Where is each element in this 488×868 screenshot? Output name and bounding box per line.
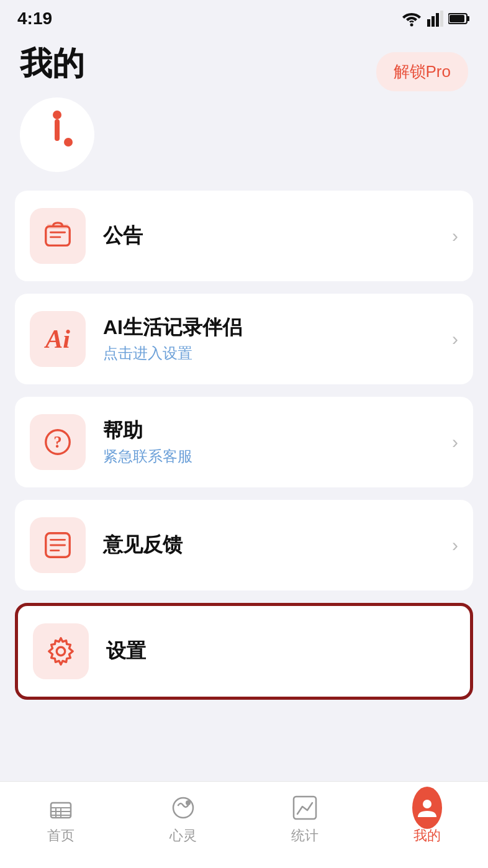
svg-point-22 (56, 647, 65, 655)
mine-active-circle (412, 787, 442, 829)
menu-item-settings[interactable]: 设置 (15, 603, 473, 700)
svg-point-11 (64, 138, 73, 147)
svg-rect-9 (55, 119, 60, 141)
status-bar: 4:19 (0, 0, 488, 34)
svg-point-10 (53, 111, 61, 119)
feedback-chevron: › (452, 535, 458, 556)
stats-label: 统计 (291, 826, 319, 845)
spirit-label: 心灵 (169, 826, 197, 845)
announcement-chevron: › (452, 225, 458, 246)
signal-icon (427, 11, 443, 27)
help-icon-wrap: ? (30, 414, 86, 470)
help-text: 帮助 紧急联系客服 (103, 418, 452, 466)
announcement-icon-wrap (30, 208, 86, 264)
battery-icon (448, 12, 471, 25)
svg-rect-6 (467, 16, 469, 21)
ai-chevron: › (452, 328, 458, 350)
home-icon (46, 793, 76, 823)
svg-rect-3 (436, 13, 439, 27)
ai-text: AI生活记录伴侣 点击进入设置 (103, 315, 452, 363)
stats-icon (290, 793, 320, 823)
mine-label: 我的 (413, 826, 441, 845)
avatar-area (0, 97, 488, 191)
unlock-pro-button[interactable]: 解锁Pro (376, 52, 468, 91)
settings-text: 设置 (106, 638, 455, 664)
svg-point-32 (423, 800, 432, 808)
announcement-label: 公告 (103, 223, 452, 249)
ai-label: AI生活记录伴侣 (103, 315, 452, 341)
svg-point-0 (410, 24, 413, 27)
svg-rect-12 (46, 227, 70, 246)
help-sublabel: 紧急联系客服 (103, 446, 452, 466)
avatar[interactable] (20, 97, 94, 172)
announcement-icon (42, 220, 73, 251)
svg-rect-1 (427, 19, 430, 27)
help-chevron: › (452, 432, 458, 453)
wifi-icon (401, 11, 422, 27)
feedback-text: 意见反馈 (103, 532, 452, 558)
help-label: 帮助 (103, 418, 452, 444)
svg-rect-15 (47, 224, 69, 229)
svg-rect-4 (440, 11, 443, 27)
header: 我的 解锁Pro (0, 34, 488, 97)
svg-rect-7 (450, 15, 464, 22)
feedback-label: 意见反馈 (103, 532, 452, 558)
ai-sublabel: 点击进入设置 (103, 343, 452, 363)
help-icon: ? (42, 427, 73, 458)
menu-list: 公告 › Ai AI生活记录伴侣 点击进入设置 › ? 帮助 紧急联系客服 › (0, 191, 488, 712)
settings-icon-wrap (33, 623, 89, 679)
spirit-icon (168, 793, 198, 823)
settings-label: 设置 (106, 638, 455, 664)
settings-icon (45, 636, 76, 667)
ai-icon-wrap: Ai (30, 311, 86, 367)
svg-point-29 (173, 798, 193, 818)
avatar-icon (26, 104, 88, 166)
svg-point-30 (186, 800, 191, 805)
menu-item-ai[interactable]: Ai AI生活记录伴侣 点击进入设置 › (15, 294, 473, 384)
feedback-icon (42, 530, 73, 561)
status-icons (401, 11, 471, 27)
menu-item-feedback[interactable]: 意见反馈 › (15, 500, 473, 590)
mine-icon (412, 793, 442, 823)
menu-item-announcement[interactable]: 公告 › (15, 191, 473, 281)
page-title: 我的 (20, 46, 84, 81)
svg-rect-2 (432, 16, 435, 27)
svg-text:?: ? (53, 433, 61, 451)
home-label: 首页 (47, 826, 75, 845)
bottom-nav: 首页 心灵 统计 我 (0, 781, 488, 868)
nav-item-stats[interactable]: 统计 (244, 793, 366, 845)
menu-item-help[interactable]: ? 帮助 紧急联系客服 › (15, 397, 473, 487)
nav-item-spirit[interactable]: 心灵 (122, 793, 245, 845)
feedback-icon-wrap (30, 517, 86, 573)
status-time: 4:19 (17, 9, 52, 29)
nav-item-mine[interactable]: 我的 (366, 793, 489, 845)
announcement-text: 公告 (103, 223, 452, 249)
ai-icon: Ai (45, 324, 70, 354)
nav-item-home[interactable]: 首页 (0, 793, 122, 845)
